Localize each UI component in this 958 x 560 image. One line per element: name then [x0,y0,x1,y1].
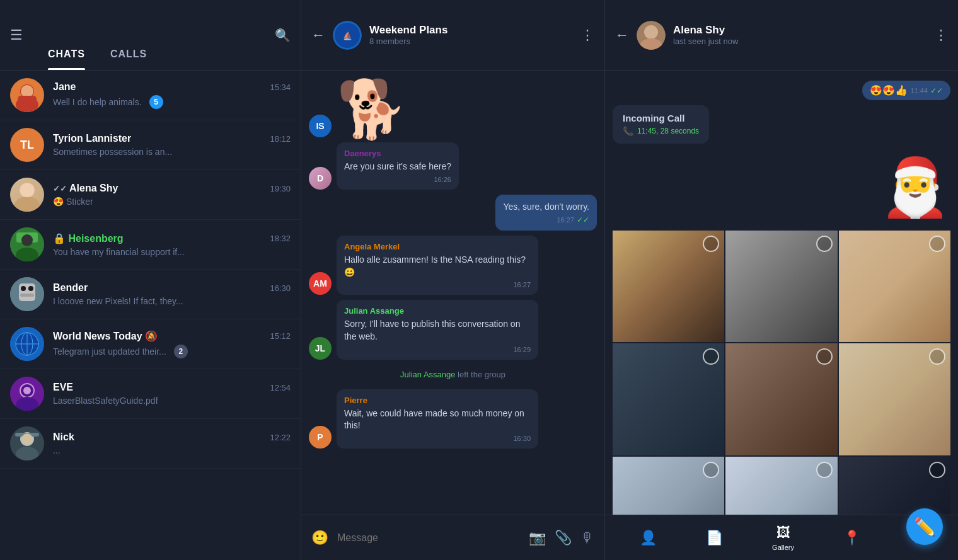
svg-rect-15 [28,286,33,291]
chat-avatar: ⛵ [333,21,362,50]
attach-button[interactable]: 📎 [555,530,572,546]
select-circle[interactable] [816,462,833,478]
select-circle[interactable] [929,348,945,365]
list-item[interactable]: ✓✓ Alena Shy 19:30 😍 Sticker [0,170,301,220]
message-time: 16:26 [434,176,451,183]
phone-icon: 📞 [623,126,633,136]
message-bubble: Angela Merkel Hallo alle zusammen! Is th… [337,236,538,295]
select-circle[interactable] [929,462,945,478]
list-item[interactable]: EVE 12:54 LaserBlastSafetyGuide.pdf [0,369,301,419]
message-input-bar: 🙂 📷 📎 🎙 [301,515,604,560]
message-time: 16:27 [557,216,574,224]
gallery-cell[interactable] [839,457,950,515]
select-circle[interactable] [816,348,833,365]
avatar [10,178,44,212]
table-row: P Pierre Wait, we could have made so muc… [309,389,597,449]
more-options-button[interactable]: ⋮ [580,27,594,43]
gallery-cell[interactable] [613,457,724,515]
chat-time: 16:30 [270,283,291,293]
chat-preview: Telegram just updated their... 2 [53,345,291,358]
chat-name: World News Today 🔕 [53,330,158,342]
gallery-cell[interactable] [725,231,837,342]
select-circle[interactable] [703,348,719,365]
right-chat-area: 😍😍👍 11:44 ✓✓ Incoming Call 📞 11:45, 28 s… [605,71,958,515]
message-sender: Daenerys [344,149,451,158]
list-item[interactable]: 🔒 Heisenberg 18:32 You have my financial… [0,220,301,270]
back-button[interactable]: ← [311,27,325,43]
left-header: ☰ CHATS CALLS 🔍 [0,0,301,71]
table-row: Yes, sure, don't worry. 16:27 ✓✓ [309,195,597,231]
svg-point-5 [14,197,40,212]
read-tick-icon: ✓✓ [930,86,943,95]
list-item[interactable]: TL Tyrion Lannister 18:12 Sometimes poss… [0,120,301,170]
gallery-icon: 🖼 [776,525,790,541]
message-sender: Julian Assange [344,306,531,316]
emoji-button[interactable]: 🙂 [311,530,328,546]
hamburger-icon[interactable]: ☰ [10,27,23,43]
list-item[interactable]: Jane 15:34 Well I do help animals. 5 [0,71,301,120]
right-contact-status: last seen just now [673,37,926,46]
message-text: Sorry, I'll have to publish this convers… [344,318,531,343]
right-panel: ← Alena Shy last seen just now ⋮ 😍😍👍 11:… [605,0,958,560]
right-contact-info: Alena Shy last seen just now [673,24,926,46]
gallery-cell[interactable] [839,343,950,455]
right-back-button[interactable]: ← [615,27,629,43]
avatar: IS [309,115,332,137]
svg-text:⛵: ⛵ [343,31,352,40]
chat-list: Jane 15:34 Well I do help animals. 5 TL … [0,71,301,560]
gallery-cell[interactable] [613,231,724,342]
chat-name: Tyrion Lannister [53,133,131,144]
svg-point-36 [644,25,658,39]
select-circle[interactable] [703,462,719,478]
tab-calls[interactable]: CALLS [98,0,159,70]
right-header: ← Alena Shy last seen just now ⋮ [605,0,958,71]
call-title: Incoming Call [623,113,699,123]
avatar [10,377,44,411]
right-more-button[interactable]: ⋮ [934,27,948,43]
chat-info: World News Today 🔕 15:12 Telegram just u… [53,330,291,358]
gallery-grid [613,231,950,515]
avatar [10,78,44,112]
unread-badge: 2 [174,345,188,358]
chat-preview: 😍 Sticker [53,197,291,207]
camera-button[interactable]: 📷 [529,530,546,546]
message-bubble-outgoing: Yes, sure, don't worry. 16:27 ✓✓ [495,195,597,231]
reaction-row: 😍😍👍 11:44 ✓✓ [613,81,950,100]
search-icon[interactable]: 🔍 [275,28,291,43]
chat-info: Nick 12:22 ... [53,431,291,455]
gallery-cell[interactable] [725,457,837,515]
chat-time: 12:22 [270,433,291,442]
gallery-cell[interactable] [613,343,724,455]
select-circle[interactable] [703,236,719,252]
chat-time: 18:32 [270,234,291,243]
chat-name: Jane [53,81,76,93]
chat-time: 15:12 [270,331,291,341]
list-item[interactable]: World News Today 🔕 15:12 Telegram just u… [0,319,301,369]
gallery-cell[interactable] [839,231,950,342]
list-item[interactable]: Nick 12:22 ... [0,419,301,469]
gallery-cell[interactable] [725,343,837,455]
chat-preview: You have my financial support if... [53,247,291,257]
chat-header-name: Weekend Plans [369,24,573,37]
chat-info: ✓✓ Alena Shy 19:30 😍 Sticker [53,183,291,207]
list-item[interactable]: Bender 16:30 I looove new Pixels! If fac… [0,270,301,319]
chat-name: ✓✓ Alena Shy [53,183,118,194]
select-circle[interactable] [929,236,945,252]
avatar [10,426,44,460]
tab-gallery[interactable]: 🖼 Gallery [762,520,804,556]
tab-location[interactable]: 📍 [833,525,870,551]
tab-files[interactable]: 📄 [696,525,733,551]
message-input[interactable] [337,532,520,544]
svg-rect-3 [18,96,37,108]
select-circle[interactable] [816,236,833,252]
svg-rect-16 [20,294,34,297]
mic-button[interactable]: 🎙 [580,530,594,546]
left-panel: ☰ CHATS CALLS 🔍 Jane [0,0,301,560]
compose-fab[interactable]: ✏️ [906,508,943,545]
tab-chats[interactable]: CHATS [35,0,98,70]
message-text: Wait, we could have made so much money o… [344,408,531,432]
right-sticker-row: 🎅 [613,154,950,220]
reaction-bubble: 😍😍👍 11:44 ✓✓ [862,81,950,100]
message-time: 16:29 [513,346,531,353]
tab-profile[interactable]: 👤 [630,525,667,551]
